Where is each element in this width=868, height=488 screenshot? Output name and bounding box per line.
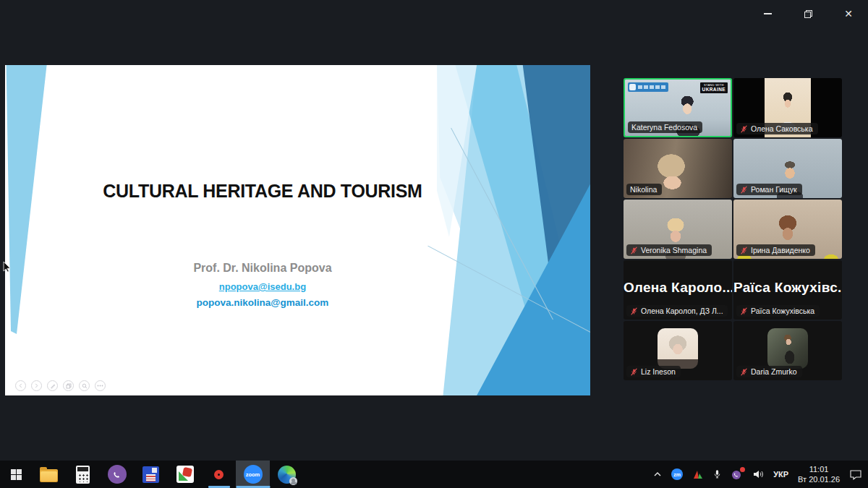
zoom-meeting-window: ✕ CULTURAL HERITAGE AND TOURISM Prof. Dr…	[0, 0, 868, 488]
minimize-icon[interactable]	[755, 4, 780, 23]
participant-name-label: Nikolina	[626, 184, 662, 195]
gpu-tray-icon[interactable]	[692, 470, 703, 479]
action-center-icon[interactable]	[849, 468, 862, 480]
participant-name: Liz Ineson	[641, 367, 676, 376]
participant-tile-iryna-davydenko[interactable]: Ірина Давиденко	[733, 200, 842, 259]
muted-mic-icon	[740, 247, 748, 254]
more-options-icon[interactable]	[95, 380, 106, 391]
slide-decoration-left	[5, 65, 63, 354]
slide-decoration-right	[437, 65, 590, 395]
participant-name-label: Раїса Кожухівська	[736, 305, 820, 317]
zoom-icon-label: zoom	[246, 471, 260, 478]
viber-button[interactable]	[100, 461, 134, 488]
slide-author: Prof. Dr. Nikolina Popova	[5, 262, 520, 275]
language-indicator[interactable]: УКР	[773, 470, 788, 479]
tray-date: Вт 20.01.26	[798, 475, 840, 484]
slide-title: CULTURAL HERITAGE AND TOURISM	[5, 181, 520, 202]
participant-avatar	[767, 328, 808, 369]
start-button[interactable]	[0, 461, 32, 488]
participant-tile-olena-sakovska[interactable]: Олена Саковська	[733, 78, 842, 137]
muted-mic-icon	[740, 125, 748, 133]
participant-tile-raisa-kozhukhivska[interactable]: Раїса Кожухівс... Раїса Кожухівська	[733, 260, 842, 320]
file-explorer-button[interactable]	[32, 461, 66, 488]
org-logo	[628, 82, 668, 92]
participant-name-label: Ірина Давиденко	[736, 244, 815, 256]
restore-icon[interactable]	[796, 4, 820, 23]
next-slide-icon[interactable]	[31, 380, 42, 391]
muted-mic-icon	[630, 368, 638, 376]
zoom-tray-icon[interactable]: zm	[671, 468, 683, 480]
volume-icon[interactable]	[752, 469, 764, 479]
microphone-tray-icon[interactable]	[712, 469, 722, 479]
participant-name-label: Daria Zmurko	[736, 366, 802, 377]
muted-mic-icon	[740, 186, 748, 194]
edge-profile-badge	[289, 477, 297, 485]
copy-frames-icon[interactable]	[63, 380, 74, 391]
calculator-button[interactable]	[66, 461, 100, 488]
notification-badge	[740, 467, 745, 472]
participant-name: Роман Гищук	[751, 185, 797, 194]
zoom-icon: zoom	[244, 465, 263, 484]
participant-name-label: Liz Ineson	[626, 366, 681, 377]
edge-icon	[278, 466, 296, 484]
participant-display-name: Олена Кароло...	[624, 280, 732, 296]
mouse-cursor	[3, 261, 12, 273]
opera-icon	[214, 470, 224, 479]
participant-name: Daria Zmurko	[751, 367, 797, 376]
muted-mic-icon	[740, 368, 748, 376]
folder-icon	[40, 469, 58, 482]
participant-name: Олена Саковська	[751, 124, 813, 133]
shared-screen-slide: CULTURAL HERITAGE AND TOURISM Prof. Dr. …	[5, 65, 590, 395]
participant-tile-veronika-shmagina[interactable]: Veronika Shmagina	[624, 200, 732, 259]
zm-label: zm	[673, 472, 681, 477]
participant-name-label: Олена Саковська	[736, 123, 818, 134]
participant-name-label: Veronika Shmagina	[626, 244, 712, 256]
zoom-app-button[interactable]: zoom	[236, 461, 270, 488]
slide-email-link: npopova@isedu.bg	[5, 281, 520, 292]
system-tray: zm УКР 11:01 Вт 20.01.26	[653, 464, 868, 485]
viber-tray-icon[interactable]	[731, 468, 743, 480]
calculator-icon	[76, 466, 90, 484]
participant-tile-nikolina[interactable]: Nikolina	[624, 139, 732, 198]
irfanview-button[interactable]	[168, 461, 202, 488]
hidden-icons-chevron-icon[interactable]	[653, 471, 662, 477]
muted-mic-icon	[630, 247, 638, 254]
participant-name-label: Роман Гищук	[736, 184, 802, 195]
muted-mic-icon	[740, 307, 748, 315]
irfanview-icon	[176, 466, 194, 483]
slide-email-secondary: popova.nikolina@gmail.com	[5, 297, 520, 308]
minimize-glyph	[764, 13, 772, 14]
restore-glyph	[804, 9, 813, 19]
participant-tile-olena-karolop[interactable]: Олена Кароло... Олена Каролоп, ДЗ Л...	[624, 260, 732, 320]
tray-time: 11:01	[809, 465, 829, 474]
participant-tile-daria-zmurko[interactable]: Daria Zmurko	[733, 321, 842, 380]
participant-tile-kateryna-fedosova[interactable]: STAND WITH UKRAINE Kateryna Fedosova	[624, 78, 732, 137]
presentation-toolbar	[15, 380, 106, 391]
save-tool-button[interactable]	[134, 461, 168, 488]
close-glyph: ✕	[844, 9, 853, 19]
previous-slide-icon[interactable]	[15, 380, 26, 391]
participants-grid: STAND WITH UKRAINE Kateryna Fedosova Оле…	[624, 78, 842, 380]
muted-mic-icon	[630, 307, 638, 315]
windows-logo-icon	[11, 469, 22, 480]
participant-tile-roman-hyshchuk[interactable]: Роман Гищук	[733, 139, 842, 198]
close-icon[interactable]: ✕	[836, 4, 861, 23]
participant-name: Ірина Давиденко	[751, 246, 810, 254]
edge-button[interactable]	[270, 461, 304, 488]
windows-taskbar: zoom zm УКР	[0, 461, 868, 488]
viber-icon	[108, 465, 127, 484]
badge-line2: UKRAINE	[702, 87, 726, 93]
participant-name-label: Олена Каролоп, ДЗ Л...	[626, 305, 728, 317]
clock[interactable]: 11:01 Вт 20.01.26	[798, 464, 840, 485]
participant-name: Veronika Shmagina	[641, 246, 707, 254]
opera-button[interactable]	[202, 461, 236, 488]
participant-avatar	[658, 328, 698, 369]
floppy-disk-icon	[142, 466, 159, 483]
participant-display-name: Раїса Кожухівс...	[733, 280, 842, 296]
window-controls: ✕	[755, 4, 861, 23]
draw-pen-icon[interactable]	[47, 380, 58, 391]
zoom-search-icon[interactable]	[79, 380, 90, 391]
participant-tile-liz-ineson[interactable]: Liz Ineson	[624, 321, 732, 380]
participant-name: Олена Каролоп, ДЗ Л...	[641, 307, 723, 315]
participant-name: Nikolina	[630, 185, 657, 194]
